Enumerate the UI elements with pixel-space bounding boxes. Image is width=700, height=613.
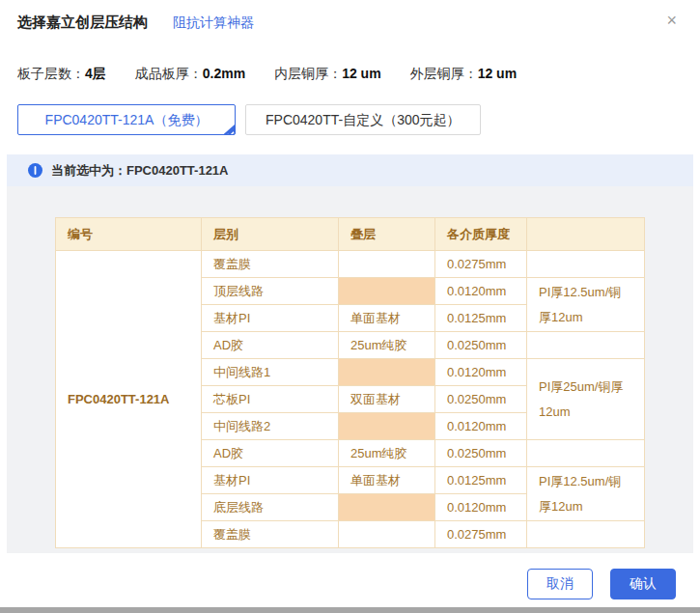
stackup-table: 编号层别叠层各介质厚度FPC0420TT-121A覆盖膜0.0275mm顶层线路… <box>55 217 645 548</box>
column-header-0: 编号 <box>56 218 202 251</box>
stack-highlight-cell <box>339 494 435 521</box>
tab-label: FPC0420TT-自定义（300元起） <box>266 112 461 127</box>
confirm-button[interactable]: 确认 <box>610 569 676 599</box>
stack-cell: 25um纯胶 <box>339 440 435 467</box>
dialog-title: 选择嘉立创层压结构 <box>17 14 148 32</box>
stack-cell: 单面基材 <box>339 305 435 332</box>
param-label: 板子层数： <box>17 66 85 83</box>
thickness-cell: 0.0250mm <box>435 440 527 467</box>
layer-name-cell: 覆盖膜 <box>202 251 339 278</box>
layer-name-cell: 底层线路 <box>202 494 339 521</box>
bottom-edge-strip <box>0 607 700 613</box>
param-label: 内层铜厚： <box>274 66 342 83</box>
column-header-4 <box>527 218 645 251</box>
param-label: 成品板厚： <box>135 66 203 83</box>
stack-highlight-cell <box>339 413 435 440</box>
stack-cell: 双面基材 <box>339 386 435 413</box>
layer-name-cell: 顶层线路 <box>202 278 339 305</box>
thickness-cell: 0.0120mm <box>435 413 527 440</box>
thickness-cell: 0.0120mm <box>435 494 527 521</box>
param-inner-copper: 内层铜厚： 12 um <box>274 66 380 83</box>
stack-highlight-cell <box>339 359 435 386</box>
tab-fpc0420tt-121a[interactable]: FPC0420TT-121A（免费） <box>17 104 236 135</box>
stack-highlight-cell <box>339 278 435 305</box>
stackup-tabs: FPC0420TT-121A（免费） FPC0420TT-自定义（300元起） <box>17 104 481 135</box>
note-cell: PI厚12.5um/铜厚12um <box>527 278 645 332</box>
thickness-cell: 0.0250mm <box>435 386 527 413</box>
param-value: 12 um <box>342 66 380 83</box>
layer-name-cell: 基材PI <box>202 305 339 332</box>
note-cell-empty <box>527 251 645 278</box>
layer-name-cell: AD胶 <box>202 440 339 467</box>
param-value: 0.2mm <box>203 66 245 83</box>
param-layer-count: 板子层数： 4层 <box>17 66 106 83</box>
thickness-cell: 0.0120mm <box>435 359 527 386</box>
thickness-cell: 0.0250mm <box>435 332 527 359</box>
param-label: 外层铜厚： <box>410 66 478 83</box>
column-header-3: 各介质厚度 <box>435 218 527 251</box>
param-value: 4层 <box>85 66 106 83</box>
column-header-1: 层别 <box>202 218 339 251</box>
stack-cell <box>339 521 435 548</box>
layer-name-cell: AD胶 <box>202 332 339 359</box>
tab-fpc0420tt-custom[interactable]: FPC0420TT-自定义（300元起） <box>245 104 481 135</box>
thickness-cell: 0.0125mm <box>435 305 527 332</box>
thickness-cell: 0.0125mm <box>435 467 527 494</box>
param-value: 12 um <box>478 66 517 83</box>
current-selection-banner: 当前选中为：FPC0420TT-121A <box>7 154 693 186</box>
layer-name-cell: 中间线路2 <box>202 413 339 440</box>
close-icon[interactable]: × <box>666 12 677 29</box>
note-cell-empty <box>527 440 645 467</box>
note-cell-empty <box>527 332 645 359</box>
part-number-cell: FPC0420TT-121A <box>56 251 202 548</box>
layer-name-cell: 基材PI <box>202 467 339 494</box>
stack-cell: 单面基材 <box>339 467 435 494</box>
impedance-calculator-link[interactable]: 阻抗计算神器 <box>173 14 254 32</box>
table-wrap: 编号层别叠层各介质厚度FPC0420TT-121A覆盖膜0.0275mm顶层线路… <box>7 186 693 548</box>
info-icon <box>28 163 42 178</box>
current-selection-text: 当前选中为：FPC0420TT-121A <box>51 162 229 180</box>
tab-label: FPC0420TT-121A（免费） <box>45 112 209 127</box>
param-board-thickness: 成品板厚： 0.2mm <box>135 66 245 83</box>
stack-cell <box>339 251 435 278</box>
layer-name-cell: 覆盖膜 <box>202 521 339 548</box>
stack-cell: 25um纯胶 <box>339 332 435 359</box>
note-cell-empty <box>527 521 645 548</box>
dialog-header: 选择嘉立创层压结构 阻抗计算神器 <box>17 14 254 32</box>
column-header-2: 叠层 <box>339 218 435 251</box>
thickness-cell: 0.0275mm <box>435 521 527 548</box>
board-params: 板子层数： 4层 成品板厚： 0.2mm 内层铜厚： 12 um 外层铜厚： 1… <box>17 66 517 83</box>
note-cell: PI厚25um/铜厚12um <box>527 359 645 440</box>
cancel-button[interactable]: 取消 <box>527 569 593 599</box>
selected-check-icon <box>218 120 236 135</box>
note-cell: PI厚12.5um/铜厚12um <box>527 467 645 521</box>
thickness-cell: 0.0120mm <box>435 278 527 305</box>
dialog-footer: 取消 确认 <box>527 569 676 599</box>
table-header-row: 编号层别叠层各介质厚度 <box>56 218 645 251</box>
thickness-cell: 0.0275mm <box>435 251 527 278</box>
layer-name-cell: 中间线路1 <box>202 359 339 386</box>
stackup-panel: 当前选中为：FPC0420TT-121A 编号层别叠层各介质厚度FPC0420T… <box>7 154 693 553</box>
table-row: FPC0420TT-121A覆盖膜0.0275mm <box>56 251 645 278</box>
layer-name-cell: 芯板PI <box>202 386 339 413</box>
param-outer-copper: 外层铜厚： 12 um <box>410 66 517 83</box>
